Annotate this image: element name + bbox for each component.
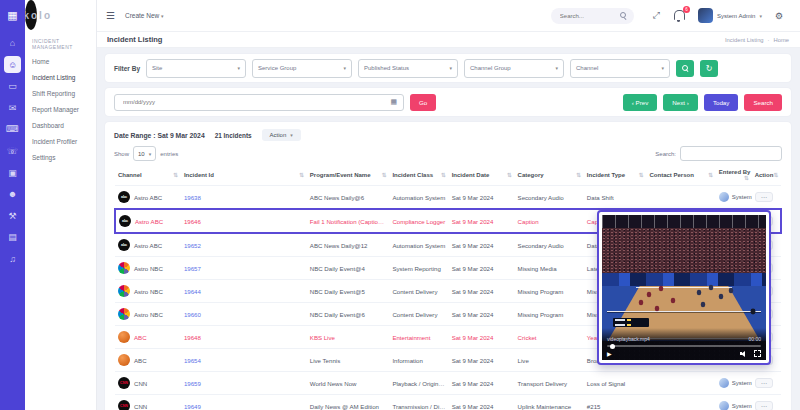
row-action-button[interactable]: ⋯ [755, 401, 773, 410]
hamburger-menu-icon[interactable]: ☰ [106, 10, 115, 21]
site-select[interactable]: Site ▾ [146, 59, 246, 78]
icon-rail: ▦ ⌂☺▭✉⌨☏▣☻⚒▤♫ [0, 0, 25, 410]
channel-name: ABC [134, 334, 147, 341]
go-button[interactable]: Go [410, 94, 436, 111]
sidebar-item-home[interactable]: Home [25, 53, 96, 69]
tools-icon[interactable]: ⚒ [4, 207, 21, 224]
today-button[interactable]: Today [704, 94, 739, 111]
sort-icon[interactable]: ⇅ [708, 172, 713, 178]
filter-reset-button[interactable]: ↻ [700, 60, 718, 77]
column-header[interactable]: Program/Event Name⇅ [307, 165, 390, 186]
column-header[interactable]: Incident Id⇅ [181, 165, 307, 186]
channel-logo: CNN [118, 400, 130, 410]
column-header[interactable]: Incident Type⇅ [584, 165, 647, 186]
seek-handle[interactable] [610, 344, 615, 349]
play-button[interactable]: ▶ [607, 351, 612, 357]
sort-icon[interactable]: ⇅ [507, 172, 512, 178]
program-name: NBC Daily Event@5 [307, 280, 390, 303]
channel-group-select[interactable]: Channel Group ▾ [464, 59, 564, 78]
users-icon[interactable]: ☻ [4, 186, 21, 203]
table-row[interactable]: CNNCNN 19659 World News Now Playback / O… [115, 372, 781, 395]
incident-date: Sat 9 Mar 2024 [449, 349, 515, 372]
channel-name: Astro ABC [134, 194, 162, 201]
channel-name: ABC [134, 357, 147, 364]
video-seekbar[interactable] [607, 345, 761, 347]
column-header[interactable]: Incident Date⇅ [449, 165, 515, 186]
sort-icon[interactable]: ⇅ [173, 172, 178, 178]
laptop-icon[interactable]: ⌨ [4, 121, 21, 138]
date-input[interactable] [121, 98, 365, 106]
user-menu[interactable]: System Admin ▾ [698, 8, 762, 23]
column-header[interactable]: Channel⇅ [115, 165, 181, 186]
create-new-button[interactable]: Create New ▾ [125, 12, 164, 19]
incident-id-link[interactable]: 19654 [184, 357, 201, 364]
fullscreen-video-icon[interactable] [754, 350, 761, 357]
column-header[interactable]: Entered By⇅ [716, 165, 752, 186]
page-size-select[interactable]: 10▾ [133, 146, 156, 161]
fullscreen-icon[interactable]: ⤢ [653, 10, 660, 21]
category: Caption [515, 209, 584, 233]
sort-icon[interactable]: ⇅ [639, 172, 644, 178]
entered-by: System Admin [732, 403, 752, 409]
next-button[interactable]: Next › [663, 94, 698, 111]
breadcrumb: Incident Listing · Home [725, 37, 789, 43]
calendar-icon[interactable]: ▤ [4, 229, 21, 246]
notifications-button[interactable]: 6 [674, 10, 685, 22]
gallery-icon[interactable]: ▣ [4, 164, 21, 181]
sort-icon[interactable]: ⇅ [299, 172, 304, 178]
sort-icon[interactable]: ⇅ [576, 172, 581, 178]
table-row[interactable]: CNNCNN 19649 Daily News @ AM Edition Tra… [115, 395, 781, 410]
filter-search-button[interactable] [676, 60, 694, 77]
incident-icon[interactable]: ☺ [4, 56, 21, 73]
sort-icon[interactable]: ⇅ [441, 172, 446, 178]
incident-id-link[interactable]: 19646 [184, 218, 201, 225]
row-action-button[interactable]: ⋯ [755, 378, 773, 388]
published-status-select[interactable]: Published Status ▾ [358, 59, 458, 78]
incident-date: Sat 9 Mar 2024 [449, 372, 515, 395]
column-header[interactable]: Action⇅ [752, 165, 781, 186]
incident-id-link[interactable]: 19652 [184, 242, 201, 249]
chevron-down-icon: ▾ [556, 65, 559, 71]
prev-button[interactable]: ‹ Prev [623, 94, 658, 111]
sidebar-item-incident-profiler[interactable]: Incident Profiler [25, 133, 96, 149]
column-header[interactable]: Category⇅ [515, 165, 584, 186]
sidebar-item-report-manager[interactable]: Report Manager [25, 101, 96, 117]
incident-id-link[interactable]: 19648 [184, 334, 201, 341]
row-action-button[interactable]: ⋯ [755, 192, 773, 202]
sidebar-item-dashboard[interactable]: Dashboard [25, 117, 96, 133]
table-search-input[interactable] [680, 146, 782, 161]
volume-icon[interactable] [740, 350, 748, 357]
support-icon[interactable]: ♫ [4, 251, 21, 268]
channel-select[interactable]: Channel ▾ [570, 59, 670, 78]
monitor-icon[interactable]: ▭ [4, 78, 21, 95]
table-row[interactable]: abcAstro ABC 19638 ABC News Daily@6 Auto… [115, 186, 781, 210]
service-group-select[interactable]: Service Group ▾ [252, 59, 352, 78]
sort-icon[interactable]: ⇅ [382, 172, 387, 178]
chat-icon[interactable]: ☏ [4, 143, 21, 160]
column-header[interactable]: Incident Class⇅ [389, 165, 448, 186]
home-icon[interactable]: ⌂ [4, 35, 21, 52]
sidebar-item-settings[interactable]: Settings [25, 149, 96, 165]
sort-icon[interactable]: ⇅ [773, 172, 778, 178]
breadcrumb-current[interactable]: Home [774, 37, 789, 43]
action-dropdown-button[interactable]: Action ▾ [262, 129, 301, 141]
sidebar-item-shift-reporting[interactable]: Shift Reporting [25, 85, 96, 101]
topbar-search-input[interactable] [558, 12, 620, 20]
incident-id-link[interactable]: 19657 [184, 265, 201, 272]
sort-icon[interactable]: ⇅ [744, 175, 749, 181]
mail-icon[interactable]: ✉ [4, 99, 21, 116]
incident-id-link[interactable]: 19638 [184, 194, 201, 201]
calendar-icon[interactable]: ▦ [390, 98, 397, 106]
program-name: NBC Daily Event@4 [307, 257, 390, 280]
incident-id-link[interactable]: 19649 [184, 403, 201, 410]
program-name: ABC News Daily@6 [307, 186, 390, 210]
channel-logo [118, 354, 130, 366]
column-header[interactable]: Contact Person⇅ [646, 165, 715, 186]
incident-id-link[interactable]: 19659 [184, 380, 201, 387]
settings-gear-icon[interactable]: ⚙ [775, 11, 783, 21]
apps-grid-icon[interactable]: ▦ [0, 0, 25, 30]
sidebar-item-incident-listing[interactable]: Incident Listing [25, 69, 96, 85]
incident-id-link[interactable]: 19660 [184, 311, 201, 318]
incident-id-link[interactable]: 19644 [184, 288, 201, 295]
search-button[interactable]: Search [744, 94, 782, 111]
